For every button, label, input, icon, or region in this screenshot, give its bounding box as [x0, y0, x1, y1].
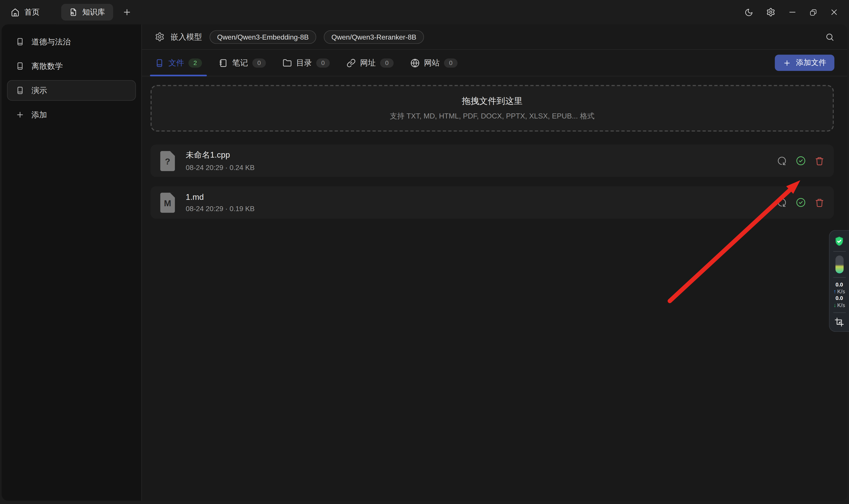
maximize-restore-icon	[809, 8, 817, 16]
file-info: 1.md 08-24 20:29 · 0.19 KB	[186, 192, 255, 213]
refresh-icon[interactable]	[776, 156, 787, 166]
files-panel: 拖拽文件到这里 支持 TXT, MD, HTML, PDF, DOCX, PPT…	[142, 76, 847, 501]
file-type-letter: ?	[160, 157, 175, 167]
gear-icon	[766, 7, 775, 17]
up-arrow-icon: ↑	[833, 288, 836, 295]
tab-sites[interactable]: 网站 0	[410, 50, 457, 76]
sidebar-item-label: 离散数学	[31, 61, 63, 71]
file-type-letter: M	[160, 199, 175, 209]
tab-directory[interactable]: 目录 0	[283, 50, 330, 76]
divider	[833, 312, 846, 313]
tab-label: 文件	[168, 58, 184, 68]
content-tabs: 文件 2 笔记 0 目录 0 网址 0	[142, 50, 847, 76]
tab-count-badge: 0	[380, 58, 394, 68]
file-name: 1.md	[186, 192, 255, 201]
tab-label: 目录	[296, 58, 312, 68]
trash-icon[interactable]	[815, 156, 824, 166]
download-speed-unit: ↓ K/s	[833, 302, 845, 309]
folder-icon	[283, 58, 292, 68]
settings-button[interactable]	[766, 7, 775, 17]
sidebar-add-button[interactable]: 添加	[7, 105, 136, 125]
file-meta: 08-24 20:29 · 0.24 KB	[186, 164, 255, 172]
tab-knowledge-base[interactable]: 知识库	[61, 4, 113, 21]
book-icon	[16, 37, 24, 46]
notebook-icon	[219, 58, 228, 68]
dropzone-subtitle: 支持 TXT, MD, HTML, PDF, DOCX, PPTX, XLSX,…	[390, 111, 595, 121]
app-container: 道德与法治 离散数学 演示 添加 嵌入模型 Qwen/Qwen3-Embeddi…	[2, 24, 847, 501]
sidebar-item-discrete-math[interactable]: 离散数学	[7, 56, 136, 76]
file-meta: 08-24 20:29 · 0.19 KB	[186, 205, 255, 213]
titlebar: 首页 知识库	[0, 0, 849, 24]
file-row[interactable]: M 1.md 08-24 20:29 · 0.19 KB	[150, 186, 834, 219]
minimize-button[interactable]	[789, 8, 797, 16]
search-icon[interactable]	[825, 32, 834, 41]
file-markdown-icon: M	[160, 193, 175, 213]
tab-label: 笔记	[232, 58, 248, 68]
system-monitor-widget[interactable]: 0.0 ↑ K/s 0.0 ↓ K/s	[829, 230, 849, 332]
book-icon	[155, 58, 164, 68]
book-icon	[16, 62, 24, 70]
home-icon	[11, 8, 19, 17]
upload-speed-unit: ↑ K/s	[833, 288, 845, 295]
window-controls	[744, 7, 838, 17]
file-dropzone[interactable]: 拖拽文件到这里 支持 TXT, MD, HTML, PDF, DOCX, PPT…	[150, 85, 834, 131]
plus-icon	[783, 59, 791, 67]
add-file-button[interactable]: 添加文件	[775, 55, 834, 71]
tab-label: 网站	[424, 58, 440, 68]
file-unknown-icon: ?	[160, 151, 175, 171]
unit-label: K/s	[837, 302, 845, 309]
tab-urls[interactable]: 网址 0	[346, 50, 394, 76]
reranker-model-chip[interactable]: Qwen/Qwen3-Reranker-8B	[324, 30, 424, 43]
divider	[833, 277, 846, 278]
file-row[interactable]: ? 未命名1.cpp 08-24 20:29 · 0.24 KB	[150, 145, 834, 177]
plus-icon	[122, 7, 131, 17]
sidebar-add-label: 添加	[31, 110, 47, 120]
screenshot-crop-icon[interactable]	[834, 317, 844, 327]
trash-icon[interactable]	[815, 198, 824, 207]
nav-home-label: 首页	[24, 7, 40, 17]
app-window: 首页 知识库 道德与法治 离散数学	[0, 0, 849, 504]
unit-label: K/s	[837, 288, 845, 295]
sidebar-item-morality-law[interactable]: 道德与法治	[7, 31, 136, 52]
refresh-icon[interactable]	[776, 197, 787, 208]
nav-home[interactable]: 首页	[11, 7, 40, 17]
main-content: 嵌入模型 Qwen/Qwen3-Embedding-8B Qwen/Qwen3-…	[142, 24, 847, 501]
tab-knowledge-base-label: 知识库	[82, 7, 105, 17]
sidebar-item-label: 演示	[31, 85, 47, 96]
sidebar-item-label: 道德与法治	[31, 36, 71, 47]
plus-icon	[16, 110, 24, 119]
new-tab-button[interactable]	[122, 7, 131, 17]
file-name: 未命名1.cpp	[186, 150, 255, 160]
link-icon	[346, 58, 356, 68]
content-header: 嵌入模型 Qwen/Qwen3-Embedding-8B Qwen/Qwen3-…	[142, 24, 847, 50]
usage-gauge	[835, 255, 844, 273]
doc-search-icon	[69, 8, 77, 16]
file-actions	[777, 156, 824, 166]
moon-icon	[744, 8, 753, 17]
close-button[interactable]	[830, 8, 838, 16]
tab-notes[interactable]: 笔记 0	[219, 50, 266, 76]
file-actions	[777, 198, 824, 208]
globe-icon	[410, 58, 420, 68]
tab-label: 网址	[360, 58, 376, 68]
tab-count-badge: 0	[316, 58, 330, 68]
embedding-model-chip[interactable]: Qwen/Qwen3-Embedding-8B	[210, 30, 317, 43]
close-icon	[830, 8, 838, 16]
check-circle-icon[interactable]	[796, 198, 806, 208]
tab-count-badge: 2	[188, 58, 202, 68]
gear-icon[interactable]	[155, 32, 164, 41]
dropzone-title: 拖拽文件到这里	[462, 95, 522, 107]
tab-count-badge: 0	[252, 58, 266, 68]
theme-toggle-button[interactable]	[744, 8, 753, 17]
shield-check-icon	[834, 235, 845, 247]
book-icon	[16, 86, 24, 95]
down-arrow-icon: ↓	[833, 302, 836, 309]
knowledge-base-sidebar: 道德与法治 离散数学 演示 添加	[2, 24, 142, 501]
embedding-model-label: 嵌入模型	[170, 32, 202, 42]
check-circle-icon[interactable]	[796, 156, 806, 166]
tab-files[interactable]: 文件 2	[155, 50, 202, 76]
tab-count-badge: 0	[444, 58, 457, 68]
download-speed-value: 0.0	[835, 295, 843, 302]
sidebar-item-demo[interactable]: 演示	[7, 80, 136, 101]
maximize-button[interactable]	[809, 8, 817, 16]
